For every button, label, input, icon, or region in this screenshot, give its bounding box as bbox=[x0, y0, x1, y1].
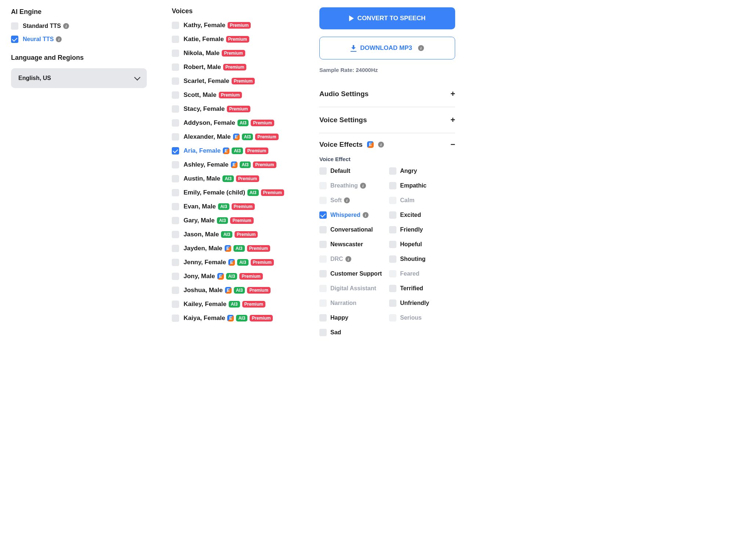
checkbox[interactable] bbox=[172, 22, 179, 29]
effect-option[interactable]: Whisperedi bbox=[319, 211, 385, 219]
language-dropdown[interactable]: English, US bbox=[11, 68, 147, 88]
checkbox[interactable] bbox=[389, 299, 396, 307]
effect-option[interactable]: Excited bbox=[389, 211, 455, 219]
engine-option[interactable]: Neural TTSi bbox=[11, 36, 158, 43]
voice-row[interactable]: Scott, MalePremium bbox=[172, 91, 308, 99]
checkbox[interactable] bbox=[172, 91, 179, 99]
checkbox[interactable] bbox=[172, 105, 179, 113]
checkbox[interactable] bbox=[319, 299, 327, 307]
effect-option[interactable]: DRCi bbox=[319, 255, 385, 263]
checkbox[interactable] bbox=[172, 231, 179, 238]
voice-row[interactable]: Scarlet, FemalePremium bbox=[172, 77, 308, 85]
checkbox[interactable] bbox=[319, 211, 327, 219]
voice-row[interactable]: Jayden, MaleEAI3Premium bbox=[172, 245, 308, 252]
checkbox[interactable] bbox=[172, 77, 179, 85]
accordion-voice-settings[interactable]: Voice Settings+ bbox=[319, 107, 455, 133]
effect-option[interactable]: Serious bbox=[389, 314, 455, 321]
voice-row[interactable]: Ashley, FemaleEAI3Premium bbox=[172, 161, 308, 168]
checkbox[interactable] bbox=[11, 22, 18, 30]
effect-option[interactable]: Calm bbox=[389, 197, 455, 204]
voice-row[interactable]: Jenny, FemaleEAI3Premium bbox=[172, 259, 308, 266]
checkbox[interactable] bbox=[172, 36, 179, 43]
voice-row[interactable]: Kathy, FemalePremium bbox=[172, 22, 308, 29]
convert-button[interactable]: CONVERT TO SPEECH bbox=[319, 7, 455, 29]
checkbox[interactable] bbox=[172, 217, 179, 224]
effect-option[interactable]: Default bbox=[319, 167, 385, 175]
effect-option[interactable]: Happy bbox=[319, 314, 385, 321]
checkbox[interactable] bbox=[172, 161, 179, 168]
accordion-audio-settings[interactable]: Audio Settings+ bbox=[319, 81, 455, 107]
effect-option[interactable]: Customer Support bbox=[319, 270, 385, 277]
checkbox[interactable] bbox=[319, 182, 327, 189]
effect-option[interactable]: Narration bbox=[319, 299, 385, 307]
checkbox[interactable] bbox=[319, 197, 327, 204]
effect-option[interactable]: Friendly bbox=[389, 226, 455, 233]
checkbox[interactable] bbox=[172, 314, 179, 322]
checkbox[interactable] bbox=[389, 167, 396, 175]
checkbox[interactable] bbox=[11, 36, 18, 43]
checkbox[interactable] bbox=[389, 285, 396, 292]
voice-row[interactable]: Aria, FemaleEAI3Premium bbox=[172, 147, 308, 154]
checkbox[interactable] bbox=[172, 301, 179, 308]
checkbox[interactable] bbox=[319, 226, 327, 233]
checkbox[interactable] bbox=[172, 245, 179, 252]
checkbox[interactable] bbox=[172, 287, 179, 294]
effect-option[interactable]: Angry bbox=[389, 167, 455, 175]
effect-option[interactable]: Digital Assistant bbox=[319, 285, 385, 292]
checkbox[interactable] bbox=[389, 314, 396, 321]
voice-row[interactable]: Stacy, FemalePremium bbox=[172, 105, 308, 113]
checkbox[interactable] bbox=[389, 255, 396, 263]
checkbox[interactable] bbox=[319, 167, 327, 175]
voice-row[interactable]: Kaiya, FemaleEAI3Premium bbox=[172, 314, 308, 322]
voice-row[interactable]: Nikola, MalePremium bbox=[172, 50, 308, 57]
checkbox[interactable] bbox=[319, 285, 327, 292]
effect-option[interactable]: Sad bbox=[319, 329, 385, 336]
effect-option[interactable]: Unfriendly bbox=[389, 299, 455, 307]
effect-option[interactable]: Shouting bbox=[389, 255, 455, 263]
effect-option[interactable]: Feared bbox=[389, 270, 455, 277]
checkbox[interactable] bbox=[172, 63, 179, 71]
checkbox[interactable] bbox=[172, 203, 179, 210]
checkbox[interactable] bbox=[319, 255, 327, 263]
checkbox[interactable] bbox=[172, 119, 179, 127]
checkbox[interactable] bbox=[389, 270, 396, 277]
effect-option[interactable]: Hopeful bbox=[389, 241, 455, 248]
voice-row[interactable]: Joshua, MaleEAI3Premium bbox=[172, 287, 308, 294]
effect-option[interactable]: Softi bbox=[319, 197, 385, 204]
checkbox[interactable] bbox=[319, 314, 327, 321]
voice-row[interactable]: Evan, MaleAI3Premium bbox=[172, 203, 308, 210]
voice-row[interactable]: Austin, MaleAI3Premium bbox=[172, 175, 308, 182]
checkbox[interactable] bbox=[172, 175, 179, 182]
checkbox[interactable] bbox=[319, 270, 327, 277]
checkbox[interactable] bbox=[172, 133, 179, 141]
checkbox[interactable] bbox=[172, 50, 179, 57]
checkbox[interactable] bbox=[319, 241, 327, 248]
checkbox[interactable] bbox=[389, 182, 396, 189]
checkbox[interactable] bbox=[172, 147, 179, 154]
voice-row[interactable]: Robert, MalePremium bbox=[172, 63, 308, 71]
checkbox[interactable] bbox=[172, 189, 179, 196]
effect-option[interactable]: Conversational bbox=[319, 226, 385, 233]
checkbox[interactable] bbox=[389, 241, 396, 248]
effect-option[interactable]: Breathingi bbox=[319, 182, 385, 189]
effect-option[interactable]: Empathic bbox=[389, 182, 455, 189]
engine-option[interactable]: Standard TTSi bbox=[11, 22, 158, 30]
voice-row[interactable]: Alexander, MaleEAI3Premium bbox=[172, 133, 308, 141]
download-button[interactable]: DOWNLOAD MP3 i bbox=[319, 37, 455, 59]
checkbox[interactable] bbox=[319, 329, 327, 336]
checkbox[interactable] bbox=[172, 273, 179, 280]
voice-row[interactable]: Jason, MaleAI3Premium bbox=[172, 231, 308, 238]
checkbox[interactable] bbox=[389, 197, 396, 204]
effect-option[interactable]: Terrified bbox=[389, 285, 455, 292]
checkbox[interactable] bbox=[172, 259, 179, 266]
voice-row[interactable]: Kailey, FemaleAI3Premium bbox=[172, 301, 308, 308]
checkbox[interactable] bbox=[389, 226, 396, 233]
voice-row[interactable]: Gary, MaleAI3Premium bbox=[172, 217, 308, 224]
checkbox[interactable] bbox=[389, 211, 396, 219]
voice-row[interactable]: Emily, Female (child)AI3Premium bbox=[172, 189, 308, 196]
voice-effects-accordion[interactable]: Voice Effects E i − bbox=[319, 140, 455, 149]
voice-row[interactable]: Jony, MaleEAI3Premium bbox=[172, 273, 308, 280]
voice-row[interactable]: Katie, FemalePremium bbox=[172, 36, 308, 43]
effect-option[interactable]: Newscaster bbox=[319, 241, 385, 248]
voice-row[interactable]: Addyson, FemaleAI3Premium bbox=[172, 119, 308, 127]
